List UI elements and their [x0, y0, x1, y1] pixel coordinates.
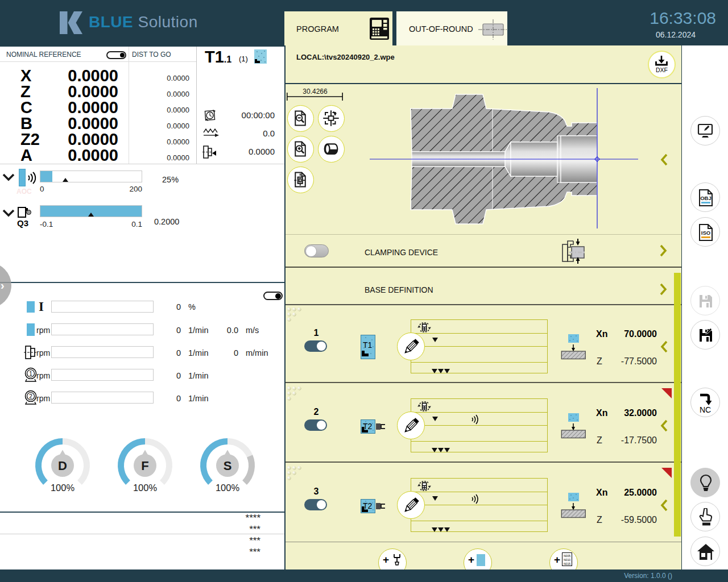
- svg-text:S: S: [224, 459, 232, 473]
- svg-text:2: 2: [29, 393, 32, 400]
- svg-text:100%: 100%: [133, 483, 158, 493]
- svg-text:F: F: [141, 459, 148, 473]
- svg-text:ISO: ISO: [701, 230, 710, 236]
- svg-text:1: 1: [29, 371, 32, 377]
- svg-text:100%: 100%: [51, 483, 75, 493]
- svg-text:OBJ: OBJ: [700, 195, 712, 201]
- svg-text:100%: 100%: [216, 483, 240, 493]
- svg-text:D: D: [58, 459, 67, 473]
- svg-text:30.4266: 30.4266: [303, 88, 328, 95]
